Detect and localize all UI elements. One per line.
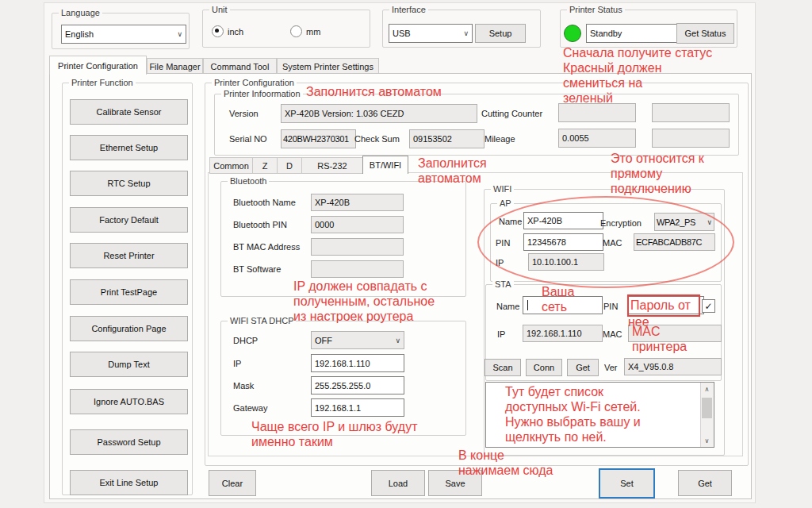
tab-printer-configuration[interactable]: Printer Configuration bbox=[49, 56, 147, 75]
annotation-autofill-tabs: Заполнится автоматом bbox=[418, 156, 487, 186]
bt-software-label: BT Software bbox=[233, 264, 281, 274]
cutting-counter-field-2 bbox=[652, 103, 730, 122]
sta-pin-checkbox[interactable]: ✓ bbox=[702, 299, 715, 313]
app-canvas: Language English ∨ Unit inch mm Interfac… bbox=[0, 0, 812, 508]
dhcp-ip-field[interactable]: 192.168.1.110 bbox=[311, 354, 404, 372]
dhcp-value: OFF bbox=[315, 336, 332, 345]
scroll-down-icon[interactable]: ∨ bbox=[701, 434, 713, 447]
calibrate-sensor-button[interactable]: Calibrate Sensor bbox=[70, 99, 188, 125]
bt-mac-address-label: BT MAC Address bbox=[233, 242, 300, 252]
bt-software-field bbox=[311, 260, 404, 278]
chevron-down-icon: ∨ bbox=[177, 30, 182, 38]
unit-group-label: Unit bbox=[209, 5, 230, 14]
ver-field: X4_V95.0.8 bbox=[624, 358, 722, 375]
annotation-final: В конце нажимаем сюда bbox=[458, 448, 553, 478]
scan-button[interactable]: Scan bbox=[485, 359, 521, 376]
status-light bbox=[564, 25, 581, 42]
bluetooth-pin-field: 0000 bbox=[311, 216, 404, 233]
subtab-common[interactable]: Common bbox=[209, 157, 253, 174]
sta-ip-value: 192.168.1.110 bbox=[527, 329, 582, 338]
load-button[interactable]: Load bbox=[371, 470, 425, 496]
mask-field[interactable]: 255.255.255.0 bbox=[311, 376, 404, 394]
scrollbar-thumb[interactable] bbox=[702, 398, 712, 418]
gateway-field[interactable]: 192.168.1.1 bbox=[311, 398, 404, 417]
get-button[interactable]: Get bbox=[678, 470, 732, 496]
bluetooth-name-value: XP-420B bbox=[315, 198, 350, 207]
bluetooth-name-field: XP-420B bbox=[311, 194, 404, 211]
chevron-down-icon: ∨ bbox=[463, 29, 469, 37]
text-caret bbox=[527, 300, 528, 310]
interface-select[interactable]: USB ∨ bbox=[389, 24, 473, 43]
annotation-ip-match: IP должен совпадать с полученным, осталь… bbox=[293, 279, 435, 324]
mask-value: 255.255.255.0 bbox=[315, 381, 370, 391]
mileage-value-1: 0.0055 bbox=[562, 133, 589, 143]
dump-text-button[interactable]: Dump Text bbox=[70, 352, 188, 377]
check-icon: ✓ bbox=[704, 301, 712, 312]
annotation-status: Сначала получите статус Красный должен с… bbox=[563, 45, 712, 106]
subtab-d[interactable]: D bbox=[277, 157, 302, 174]
printer-function-label: Printer Function bbox=[69, 78, 136, 87]
subtab-z[interactable]: Z bbox=[252, 157, 278, 174]
annotation-common-gateway: Чаще всего IP и шлюз будут именно таким bbox=[251, 419, 418, 449]
dhcp-select[interactable]: OFF ∨ bbox=[311, 331, 404, 349]
wifi-list-scrollbar[interactable]: ∧ ∨ bbox=[700, 383, 714, 447]
bluetooth-group-label: Bluetooth bbox=[228, 176, 269, 186]
chevron-down-icon: ∨ bbox=[395, 337, 400, 344]
reset-printer-button[interactable]: Reset Printer bbox=[70, 243, 188, 268]
sta-ip-field: 192.168.1.110 bbox=[523, 325, 603, 342]
password-setup-button[interactable]: Password Setup bbox=[70, 429, 188, 455]
serial-no-field: 420BWH2370301 bbox=[281, 129, 356, 148]
sta-ip-label: IP bbox=[497, 329, 505, 339]
bluetooth-pin-value: 0000 bbox=[315, 220, 334, 229]
exit-line-setup-button[interactable]: Exit Line Setup bbox=[70, 470, 188, 495]
unit-radio-mm[interactable] bbox=[290, 25, 302, 37]
bluetooth-name-label: Bluetooth Name bbox=[233, 198, 296, 207]
sta-mac-label: MAC bbox=[603, 329, 622, 339]
language-select[interactable]: English ∨ bbox=[61, 25, 186, 44]
annotation-wifi-list: Тут будет список доступных Wi-Fi сетей. … bbox=[505, 384, 641, 444]
factory-default-button[interactable]: Factory Default bbox=[70, 207, 188, 233]
mileage-label: Mileage bbox=[485, 134, 515, 144]
language-value: English bbox=[65, 29, 94, 39]
clear-button[interactable]: Clear bbox=[209, 470, 256, 496]
dhcp-ip-value: 192.168.1.110 bbox=[315, 359, 370, 368]
wifi-group-label: WIFI bbox=[491, 184, 514, 194]
printer-status-group-label: Printer Status bbox=[567, 5, 625, 14]
check-sum-value: 09153502 bbox=[413, 134, 452, 144]
ethernet-setup-button[interactable]: Ethernet Setup bbox=[70, 135, 188, 160]
configuration-page-button[interactable]: Configuration Page bbox=[70, 316, 188, 341]
set-button[interactable]: Set bbox=[599, 468, 655, 498]
cutting-counter-field-1 bbox=[558, 103, 636, 122]
annotation-mac-note: MAC принтера bbox=[632, 324, 687, 354]
gateway-label: Gateway bbox=[233, 403, 267, 413]
ignore-autobas-button[interactable]: Ignore AUTO.BAS bbox=[70, 389, 188, 414]
unit-inch-label: inch bbox=[228, 27, 243, 37]
dhcp-ip-label: IP bbox=[233, 359, 241, 368]
rtc-setup-button[interactable]: RTC Setup bbox=[70, 171, 188, 196]
ver-value: X4_V95.0.8 bbox=[628, 362, 674, 371]
print-testpage-button[interactable]: Print TestPage bbox=[70, 279, 188, 305]
interface-value: USB bbox=[393, 29, 411, 38]
language-group-label: Language bbox=[59, 8, 102, 17]
version-value: XP-420B Version: 1.036 CEZD bbox=[285, 109, 404, 118]
scroll-up-icon[interactable]: ∧ bbox=[701, 383, 713, 395]
bluetooth-pin-label: Bluetooth PIN bbox=[233, 220, 287, 229]
serial-no-label: Serial NO bbox=[229, 134, 267, 144]
conn-button[interactable]: Conn bbox=[526, 359, 562, 376]
wifi-sta-dhcp-label: WIFI STA DHCP bbox=[228, 316, 296, 325]
sta-get-button[interactable]: Get bbox=[567, 359, 599, 376]
version-label: Version bbox=[229, 109, 259, 118]
annotation-your-network: Ваша сеть bbox=[542, 284, 574, 314]
ap-group-label: AP bbox=[497, 198, 514, 208]
setup-button[interactable]: Setup bbox=[475, 24, 526, 43]
cutting-counter-label: Cutting Counter bbox=[481, 109, 542, 118]
check-sum-label: Check Sum bbox=[354, 134, 400, 144]
mask-label: Mask bbox=[233, 381, 254, 391]
gateway-value: 192.168.1.1 bbox=[315, 403, 361, 413]
unit-radio-inch[interactable] bbox=[212, 25, 224, 37]
status-value: Standby bbox=[590, 29, 622, 38]
subtab-rs232[interactable]: RS-232 bbox=[301, 157, 363, 174]
interface-group-label: Interface bbox=[389, 5, 428, 14]
subtab-bt-wifi[interactable]: BT/WIFI bbox=[362, 156, 408, 174]
get-status-button[interactable]: Get Status bbox=[676, 23, 734, 44]
